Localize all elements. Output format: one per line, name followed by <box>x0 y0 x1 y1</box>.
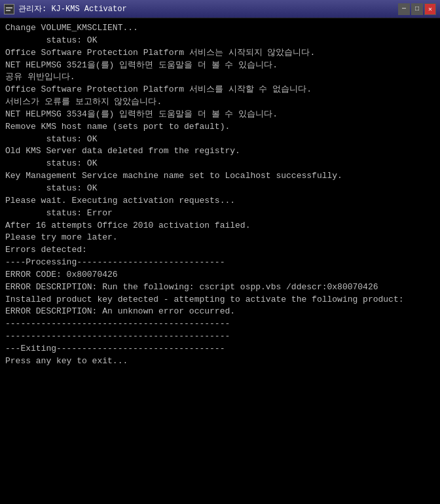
minimize-button[interactable]: ─ <box>398 3 410 15</box>
terminal-output: Change VOLUME_KMSCLIENT... status: OKOff… <box>0 18 440 504</box>
terminal-line: 서비스가 오류를 보고하지 않았습니다. <box>5 96 435 109</box>
maximize-button[interactable]: □ <box>411 3 423 15</box>
svg-rect-1 <box>6 7 12 9</box>
terminal-line: Office Software Protection Platform 서비스는… <box>5 47 435 60</box>
terminal-line: Remove KMS host name (sets port to defau… <box>5 121 435 134</box>
terminal-line: status: OK <box>5 134 435 146</box>
terminal-line: 공유 위반입니다. <box>5 71 435 84</box>
terminal-line: status: OK <box>5 35 435 47</box>
terminal-line: Press any key to exit... <box>5 355 435 368</box>
terminal-line: NET HELPMSG 3534을(를) 입력하면 도움말을 더 볼 수 있습니… <box>5 109 435 121</box>
terminal-line: Office Software Protection Platform 서비스를… <box>5 84 435 96</box>
terminal-line: NET HELPMSG 3521을(를) 입력하면 도움말을 더 볼 수 있습니… <box>5 60 435 72</box>
terminal-line: Key Management Service machine name set … <box>5 170 435 183</box>
terminal-line: ERROR DESCRIPTION: An unknown error occu… <box>5 306 435 318</box>
title-bar-buttons: ─ □ ✕ <box>398 3 436 15</box>
terminal-line: Errors detected: <box>5 244 435 257</box>
title-bar: 관리자: KJ-KMS Activator ─ □ ✕ <box>0 0 440 18</box>
terminal-line: status: OK <box>5 158 435 170</box>
terminal-line: ERROR CODE: 0x80070426 <box>5 269 435 281</box>
title-bar-left: 관리자: KJ-KMS Activator <box>4 3 127 14</box>
terminal-line: ----------------------------------------… <box>5 318 435 331</box>
svg-rect-0 <box>5 5 14 14</box>
terminal-line: ---Exiting------------------------------… <box>5 343 435 355</box>
terminal-line: Please try more later. <box>5 232 435 244</box>
terminal-line: Please wait. Executing activation reques… <box>5 195 435 207</box>
title-bar-text: 관리자: KJ-KMS Activator <box>18 3 127 14</box>
terminal-line: status: Error <box>5 207 435 220</box>
app-icon <box>4 4 14 14</box>
svg-rect-2 <box>6 10 10 11</box>
close-button[interactable]: ✕ <box>424 3 436 15</box>
terminal-line: ----Processing--------------------------… <box>5 257 435 269</box>
terminal-line: Installed product key detected - attempt… <box>5 294 435 306</box>
terminal-line: Old KMS Server data deleted from the reg… <box>5 145 435 158</box>
terminal-line: After 16 attempts Office 2010 activation… <box>5 220 435 232</box>
terminal-line: ----------------------------------------… <box>5 331 435 343</box>
terminal-line: status: OK <box>5 183 435 195</box>
terminal-line: Change VOLUME_KMSCLIENT... <box>5 22 435 35</box>
terminal-line: ERROR DESCRIPTION: Run the following: cs… <box>5 281 435 294</box>
